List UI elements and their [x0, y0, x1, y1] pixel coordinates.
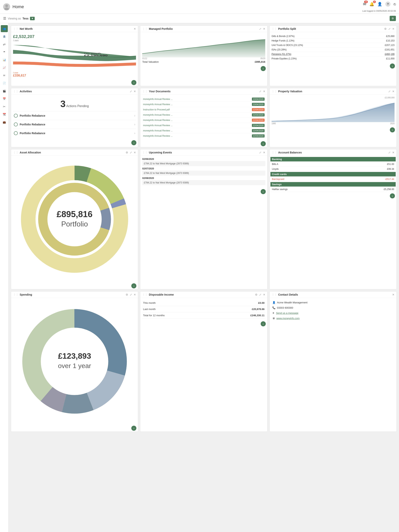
- net-worth-close-icon[interactable]: ✕: [134, 27, 136, 30]
- sidebar-item-docs[interactable]: 📄: [1, 80, 8, 87]
- document-date: 22/04/2020: [252, 129, 264, 132]
- contact-message-link[interactable]: Send us a message: [276, 311, 298, 315]
- activity-item[interactable]: Portfolio Rebalance ›: [13, 111, 136, 120]
- portfolio-split-arrow-button[interactable]: ›: [390, 63, 395, 69]
- property-valuation-actions: ⤢ ✕: [388, 90, 394, 93]
- portfolio-date-start: 01/12: [142, 57, 147, 60]
- asset-allocation-header: ⋮⋮ Asset Allocation ⚙ ⤢ ✕: [11, 149, 138, 156]
- account-balances-expand-icon[interactable]: ⤢: [388, 151, 391, 154]
- sidebar-item-calendar2[interactable]: 📆: [1, 111, 8, 118]
- spending-actions: ⚙ ⤢ ✕: [126, 293, 136, 296]
- global-settings-button[interactable]: ⚙: [390, 16, 396, 21]
- spending-settings-icon[interactable]: ⚙: [126, 293, 128, 296]
- i-owe-amount: £336,617: [13, 74, 136, 77]
- your-documents-close-icon[interactable]: ✕: [263, 90, 265, 93]
- property-valuation-footer: ›: [270, 127, 396, 133]
- user-icon[interactable]: 👤: [377, 2, 382, 6]
- net-worth-arrow-button[interactable]: ›: [131, 80, 136, 85]
- upcoming-events-grip-icon: ⋮⋮: [142, 151, 148, 154]
- activity-label: Portfolio Rebalance: [20, 123, 45, 126]
- account-balances-arrow-button[interactable]: ›: [390, 193, 395, 198]
- account-row: Halifax savings£5,258.00: [270, 187, 396, 192]
- activities-footer: ›: [11, 139, 138, 146]
- document-item[interactable]: Instruction to Proceed.pdf 22/04/2020: [142, 107, 265, 112]
- portfolio-date-end: 05/20: [260, 57, 265, 60]
- mail-icon-badge[interactable]: ✉ 15: [363, 2, 366, 6]
- activity-item[interactable]: Portfolio Rebalance ›: [13, 120, 136, 129]
- portfolio-split-close-icon[interactable]: ✕: [392, 27, 394, 30]
- help-icon[interactable]: ?: [385, 1, 390, 7]
- contact-website-link[interactable]: www.moneyinfo.com: [277, 317, 300, 320]
- upcoming-events-header: ⋮⋮ Upcoming Events ⤢ ✕: [140, 149, 267, 156]
- managed-portfolio-close-icon[interactable]: ✕: [263, 27, 265, 30]
- activities-expand-icon[interactable]: ⤢: [130, 90, 132, 93]
- portfolio-split-expand-icon[interactable]: ⤢: [388, 27, 391, 30]
- asset-allocation-settings-icon[interactable]: ⚙: [126, 151, 128, 154]
- upcoming-events-close-icon[interactable]: ✕: [263, 151, 265, 154]
- disposable-income-arrow-button[interactable]: ›: [261, 321, 266, 326]
- events-list: 02/06/2020 £784.22 to Nat West Mortgage …: [142, 158, 265, 185]
- sidebar-item-briefcase[interactable]: 💼: [1, 119, 8, 126]
- sidebar-item-transfers[interactable]: ⇄: [1, 41, 8, 48]
- document-item[interactable]: moneyinfo Annual Review ... 22/04/2020: [142, 128, 265, 133]
- document-item[interactable]: moneyinfo Annual Review ... 22/04/2020: [142, 123, 265, 128]
- sidebar-item-chart-line[interactable]: 📈: [1, 64, 8, 71]
- asset-allocation-close-icon[interactable]: ✕: [134, 151, 136, 154]
- account-balances-close-icon[interactable]: ✕: [392, 151, 394, 154]
- property-valuation-arrow-button[interactable]: ›: [390, 127, 395, 133]
- spending-close-icon[interactable]: ✕: [134, 293, 136, 296]
- sidebar-item-calendar[interactable]: 📅: [1, 95, 8, 102]
- sidebar-item-envelope[interactable]: ✉: [1, 72, 8, 79]
- activity-chevron-icon[interactable]: ›: [134, 114, 135, 117]
- portfolio-split-settings-icon[interactable]: ⚙: [384, 27, 387, 30]
- net-worth-widget: ⋮⋮ Net Worth ✕ £2,532,207 I own: [11, 25, 138, 86]
- document-item[interactable]: moneyinfo Annual Review ... 22/04/2020: [142, 133, 265, 139]
- split-row-value: £207,123: [385, 44, 394, 47]
- viewing-as-dropdown[interactable]: ▼: [30, 17, 35, 20]
- document-item[interactable]: moneyinfo Annual Review ... 22/04/2020: [142, 118, 265, 123]
- document-name: moneyinfo Annual Review ...: [143, 103, 251, 106]
- spending-arrow-button[interactable]: ›: [131, 426, 136, 431]
- disposable-income-settings-icon[interactable]: ⚙: [255, 293, 257, 296]
- document-item[interactable]: moneyinfo Annual Review ... 23/04/2020: [142, 102, 265, 107]
- alert-icon-badge[interactable]: 🔔 5: [369, 2, 374, 6]
- sidebar-item-umbrella[interactable]: ☂: [1, 49, 8, 56]
- spending-expand-icon[interactable]: ⤢: [130, 293, 132, 296]
- managed-portfolio-expand-icon[interactable]: ⤢: [259, 27, 261, 30]
- sidebar-item-home[interactable]: 👥: [1, 25, 8, 32]
- your-documents-title: Your Documents: [149, 90, 170, 93]
- asset-allocation-arrow-button[interactable]: ›: [131, 283, 136, 288]
- sidebar-item-tools[interactable]: ✂: [1, 103, 8, 110]
- split-row-name: Pensions (51.37%): [272, 53, 291, 56]
- disposable-income-grip-icon: ⋮⋮: [142, 293, 148, 296]
- sidebar-item-bank[interactable]: 🏦: [1, 33, 8, 40]
- sidebar-item-video[interactable]: 🎬: [1, 88, 8, 95]
- activities-close-icon[interactable]: ✕: [134, 90, 136, 93]
- activity-chevron-icon[interactable]: ›: [134, 123, 135, 126]
- activity-item[interactable]: Portfolio Rebalance ›: [13, 129, 136, 138]
- upcoming-events-expand-icon[interactable]: ⤢: [259, 151, 261, 154]
- asset-allocation-expand-icon[interactable]: ⤢: [130, 151, 132, 154]
- your-documents-expand-icon[interactable]: ⤢: [259, 90, 261, 93]
- hamburger-icon[interactable]: ☰: [3, 16, 6, 21]
- contact-details-close-icon[interactable]: ✕: [392, 293, 394, 296]
- activities-arrow-button[interactable]: ›: [131, 140, 136, 145]
- document-item[interactable]: moneyinfo Annual Review ... 22/04/2020: [142, 112, 265, 118]
- disposable-income-expand-icon[interactable]: ⤢: [259, 293, 261, 296]
- managed-portfolio-arrow-button[interactable]: ›: [261, 66, 266, 71]
- contact-phone-icon: 📞: [272, 306, 276, 309]
- upcoming-events-arrow-button[interactable]: ›: [261, 189, 266, 194]
- disposable-income-close-icon[interactable]: ✕: [263, 293, 265, 296]
- activities-header: ⋮⋮ Activities ⤢ ✕: [11, 88, 138, 95]
- contact-website-row[interactable]: 🖥 www.moneyinfo.com: [272, 316, 394, 321]
- account-section-header: Savings: [270, 182, 396, 187]
- document-item[interactable]: moneyinfo Annual Review ... 23/04/2020: [142, 97, 265, 102]
- logout-icon[interactable]: ⎋: [393, 2, 396, 6]
- split-row-value: £460,199: [385, 53, 394, 56]
- property-valuation-close-icon[interactable]: ✕: [392, 90, 394, 93]
- contact-message-row[interactable]: ✈ Send us a message: [272, 310, 394, 316]
- sidebar-item-chart-bar[interactable]: 📊: [1, 56, 8, 63]
- property-valuation-expand-icon[interactable]: ⤢: [388, 90, 391, 93]
- activity-chevron-icon[interactable]: ›: [134, 132, 135, 135]
- your-documents-arrow-button[interactable]: ›: [261, 141, 266, 146]
